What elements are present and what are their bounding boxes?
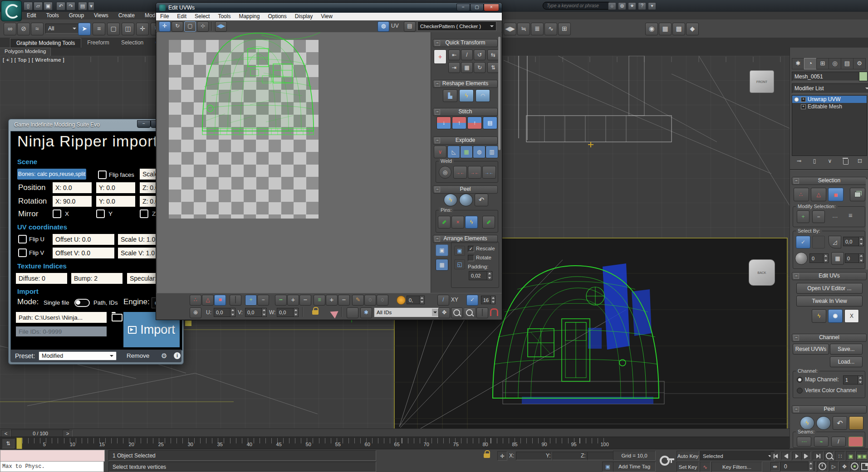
panel-scrollbar[interactable] — [866, 179, 868, 270]
align-vertical-icon[interactable]: ⇥ — [448, 62, 460, 73]
select-by-name-icon[interactable]: ≡ — [93, 23, 105, 35]
soft-selection-icon[interactable]: ◌ — [364, 295, 376, 306]
uvw-menu-item[interactable]: View — [317, 13, 337, 20]
viewcube-top[interactable]: FRONT — [750, 70, 774, 93]
bind-spacewarp-icon[interactable]: ≈ — [31, 23, 44, 35]
menu-item[interactable]: Group — [64, 12, 89, 19]
open-file-icon[interactable]: ▱ — [34, 2, 43, 10]
relax-until-flat-icon[interactable]: ϟ — [459, 89, 474, 102]
select-by-element-toggle-icon[interactable]: ✓ — [796, 236, 810, 248]
pin-tool-icon[interactable] — [482, 216, 495, 229]
offset-v-field[interactable]: Offset V: 0.0 — [53, 248, 114, 258]
edit-seams-icon[interactable]: ⋯ — [797, 437, 811, 447]
flatten-by-matid-icon[interactable]: ▦ — [460, 146, 473, 158]
uvw-reset-peel-icon[interactable]: ↶ — [475, 194, 488, 206]
pack-full-icon[interactable]: ◱ — [454, 259, 465, 269]
curve-editor-icon[interactable]: ∿ — [544, 23, 557, 35]
key-mode-toggle-icon[interactable]: ⇹ — [770, 462, 780, 471]
uvw-minimize-button[interactable]: − — [456, 4, 470, 11]
stitch-custom-icon[interactable]: ↓ — [436, 117, 451, 129]
preset-dropdown[interactable]: Modified — [39, 351, 117, 360]
bump-field[interactable]: Bump: 2 — [71, 273, 123, 284]
pin-stack-icon[interactable]: ⊸ — [794, 156, 804, 165]
modifier-list-dropdown[interactable]: Modifier List — [792, 83, 868, 93]
flatten-custom-icon[interactable]: ▥ — [485, 146, 498, 158]
frame-forward-button[interactable]: > — [63, 430, 73, 437]
timeline-scrubber[interactable] — [16, 438, 22, 450]
vertex-subobject-icon[interactable]: ∴ — [794, 188, 809, 201]
uv-vertex-mode-icon[interactable]: ∴ — [190, 295, 201, 306]
straighten-selection-icon[interactable]: ▙ — [443, 89, 457, 102]
flip-v-checkbox[interactable] — [18, 248, 27, 257]
uvw-menu-item[interactable]: Select — [191, 13, 214, 20]
select-object-button[interactable]: ➤ — [78, 23, 91, 35]
open-mini-trackview-icon[interactable]: ⇅ — [2, 438, 15, 448]
uv-zoom-extents-icon[interactable] — [476, 307, 488, 318]
sign-in-icon[interactable]: ▾ — [648, 2, 656, 10]
menu-item[interactable]: Modifiers — [140, 12, 158, 19]
select-loop-icon[interactable]: ⋯ — [832, 214, 838, 220]
uv-snap-magnet-icon[interactable] — [490, 308, 498, 316]
quick-planar-map-icon[interactable]: ϟ — [812, 309, 826, 323]
uvw-quick-peel-icon[interactable]: ϟ — [444, 194, 457, 206]
uvw-menu-item[interactable]: File — [156, 13, 173, 20]
pin-selected-icon[interactable]: ϟ — [465, 216, 478, 229]
ninja-minimize-button[interactable]: − — [137, 120, 151, 128]
uvw-menu-item[interactable]: Tools — [214, 13, 235, 20]
hide-selected-icon[interactable] — [347, 307, 358, 318]
peel-header[interactable]: −Peel — [433, 185, 498, 194]
uv-edge-mode-icon[interactable]: △ — [202, 295, 214, 306]
go-to-start-button[interactable] — [770, 452, 780, 460]
redo-icon[interactable]: ↷ — [66, 2, 75, 10]
modifier-stack-row[interactable]: + Unwrap UVW — [792, 96, 867, 103]
field-of-view-icon[interactable]: ▷ — [829, 462, 839, 472]
rotate-ccw-icon[interactable]: ↺ — [474, 49, 485, 60]
ring-grow-icon[interactable]: + — [326, 295, 338, 306]
select-edge-ring-icon[interactable]: ≡ — [314, 295, 325, 306]
smoothing-group-spinner[interactable]: 0 — [809, 253, 829, 263]
modifier-stack-row[interactable]: + Editable Mesh — [792, 103, 867, 110]
object-color-swatch[interactable] — [859, 72, 868, 81]
orbit-icon[interactable] — [850, 462, 860, 472]
select-ring-icon[interactable]: ≡ — [848, 211, 853, 219]
position-axis-field[interactable]: Y: 0.0 — [96, 182, 135, 193]
move-pivot-icon[interactable]: + — [434, 49, 446, 64]
favorites-icon[interactable]: ★ — [628, 2, 636, 10]
uvw-menu-item[interactable]: Edit — [173, 13, 191, 20]
grow-selection-icon[interactable]: + — [797, 210, 809, 223]
zoom-extents-icon[interactable]: ▣ — [846, 451, 856, 461]
move-tool-icon[interactable]: ✛ — [136, 23, 149, 35]
checker-pattern-dropdown[interactable]: CheckerPattern ( Checker ) — [417, 21, 496, 31]
unpin-icon[interactable]: × — [451, 216, 464, 229]
filter-selected-faces-icon[interactable] — [324, 307, 338, 319]
falloff-spinner[interactable]: 0, — [407, 296, 425, 304]
next-frame-button[interactable] — [801, 452, 811, 460]
show-map-toggle-icon[interactable]: ◍ — [378, 21, 389, 32]
flatten-by-angle-icon[interactable]: ◺ — [447, 146, 460, 158]
relax-tool-icon[interactable]: ◠ — [476, 89, 490, 102]
mirror-axis-checkbox[interactable] — [96, 209, 105, 218]
padding-spinner[interactable]: 0,02 — [469, 271, 492, 280]
rearrange-elements-icon[interactable]: ▦ — [436, 259, 448, 271]
vertex-color-radio[interactable] — [797, 388, 803, 394]
tab-display-icon[interactable]: ▤ — [841, 58, 853, 69]
tab-utilities-icon[interactable]: ⚙ — [853, 58, 866, 69]
ignore-backfacing-icon[interactable] — [812, 236, 825, 248]
remove-modifier-icon[interactable] — [840, 156, 851, 165]
add-time-tag-button[interactable]: Add Time Tag — [613, 462, 656, 472]
rotate-checkbox[interactable] — [468, 255, 474, 261]
rectangular-selection-region-icon[interactable]: ▢ — [107, 23, 120, 35]
file-ids-field[interactable]: File IDs: 0-9999 — [16, 326, 107, 336]
uvw-freeform-tool-icon[interactable]: ⊹ — [197, 21, 209, 32]
position-axis-field[interactable]: X: 0.0 — [53, 182, 92, 193]
map-channel-radio[interactable] — [797, 377, 803, 383]
v-spinner[interactable]: 0,0 — [245, 308, 267, 317]
set-keys-big-key-icon[interactable] — [659, 452, 675, 470]
remove-preset-button[interactable]: Remove — [127, 352, 149, 359]
help-icon[interactable]: ? — [638, 2, 646, 10]
uvw-maximize-button[interactable]: ▢ — [470, 4, 484, 11]
material-id-filter-dropdown[interactable]: All IDs — [374, 307, 441, 317]
layer-manager-icon[interactable]: ≣ — [531, 23, 544, 35]
browse-folder-icon[interactable] — [112, 314, 123, 321]
quick-transform-header[interactable]: −Quick Transform — [433, 39, 498, 47]
